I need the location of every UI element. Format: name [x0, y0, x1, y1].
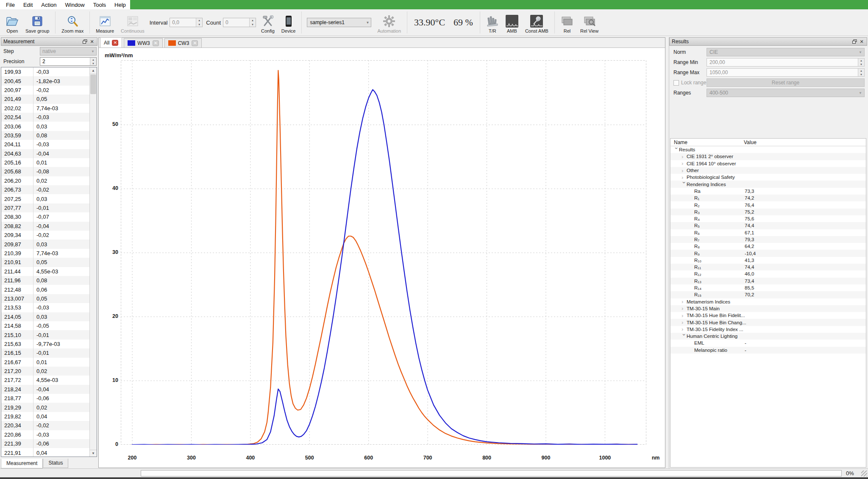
config-button[interactable]: Config	[258, 11, 278, 34]
measurement-row[interactable]: 211,444,55e-03	[1, 267, 89, 276]
measurement-row[interactable]: 206,200,02	[1, 176, 89, 185]
measurement-row[interactable]: 207,77-0,01	[1, 203, 89, 212]
tree-row-tm-30-15-hue-bin-fidelit-[interactable]: ›TM-30-15 Hue Bin Fidelit...	[670, 312, 866, 319]
float-panel-icon[interactable]	[851, 39, 857, 45]
measurement-row[interactable]: 206,73-0,02	[1, 185, 89, 194]
menu-window[interactable]: Window	[61, 2, 89, 8]
measurement-row[interactable]: 201,490,05	[1, 95, 89, 103]
tree-row-r-[interactable]: R₁₄85,5	[670, 284, 866, 291]
series-select[interactable]: sample-series1 ▼	[307, 18, 371, 27]
measurement-scrollbar[interactable]: ▲ ▼	[89, 67, 97, 457]
precision-spinner[interactable]: ▲▼	[90, 58, 96, 65]
measurement-row[interactable]: 221,910,04	[1, 448, 89, 457]
measurement-row[interactable]: 209,34-0,02	[1, 231, 89, 240]
tab-all[interactable]: All ✕	[100, 37, 122, 47]
measurement-row[interactable]: 203,060,03	[1, 122, 89, 131]
tree-row-rendering-indices[interactable]: ›Rendering Indices	[670, 181, 866, 187]
measurement-row[interactable]: 200,45-1,82e-03	[1, 76, 89, 85]
measurement-row[interactable]: 217,724,55e-03	[1, 376, 89, 384]
tree-row-r-[interactable]: R₁₁74,4	[670, 264, 866, 270]
chevron-expanded-icon[interactable]: ›	[674, 147, 679, 152]
measurement-row[interactable]: 221,39-0,06	[1, 439, 89, 448]
rel-button[interactable]: Rel	[558, 11, 576, 34]
tree-row-results[interactable]: ›Results	[670, 146, 866, 153]
chevron-collapsed-icon[interactable]: ›	[682, 154, 687, 159]
tree-row-human-centric-lighting[interactable]: ›Human Centric Lighting	[670, 333, 866, 340]
measurement-row[interactable]: 202,027,74e-03	[1, 104, 89, 113]
tree-row-tm-30-15-hue-bin-chang-[interactable]: ›TM-30-15 Hue Bin Chang...	[670, 319, 866, 326]
measurement-row[interactable]: 207,250,03	[1, 194, 89, 203]
tree-row-cie-1931-2-observer[interactable]: ›CIE 1931 2° observer	[670, 153, 866, 160]
close-panel-icon[interactable]: ✕	[89, 39, 95, 45]
chevron-expanded-icon[interactable]: ›	[682, 334, 687, 339]
tree-row-r-[interactable]: R₁74,2	[670, 195, 866, 201]
tree-row-r-[interactable]: R₁₃73,4	[670, 278, 866, 284]
chevron-collapsed-icon[interactable]: ›	[682, 161, 687, 166]
tree-row-cie-1964-10-observer[interactable]: ›CIE 1964 10° observer	[670, 160, 866, 167]
save-group-button[interactable]: Save group	[22, 11, 52, 34]
chevron-collapsed-icon[interactable]: ›	[682, 299, 687, 304]
tree-row-tm-30-15-main[interactable]: ›TM-30-15 Main	[670, 305, 866, 312]
tr-button[interactable]: T/R	[483, 11, 502, 34]
precision-input[interactable]: 2 ▲▼	[40, 57, 97, 66]
tree-row-melanopic-ratio[interactable]: Melanopic ratio-	[670, 347, 866, 354]
measurement-row[interactable]: 199,93-0,03	[1, 67, 89, 76]
tree-row-photobiological-safety[interactable]: ›Photobiological Safety	[670, 174, 866, 181]
tree-row-r-[interactable]: R₇79,3	[670, 236, 866, 243]
tree-row-r-[interactable]: R₆67,1	[670, 229, 866, 236]
tree-row-r-[interactable]: R₃75,2	[670, 209, 866, 215]
measurement-row[interactable]: 208,82-0,04	[1, 222, 89, 231]
lock-range-checkbox[interactable]	[673, 80, 679, 86]
chevron-collapsed-icon[interactable]: ›	[682, 320, 687, 325]
measurement-row[interactable]: 208,30-0,07	[1, 212, 89, 221]
chevron-collapsed-icon[interactable]: ›	[682, 168, 687, 173]
scroll-up-icon[interactable]: ▲	[90, 67, 97, 74]
menu-file[interactable]: File	[2, 2, 19, 8]
range-max-input[interactable]: 1050,00 ▲▼	[707, 68, 865, 77]
measurement-row[interactable]: 220,34-0,02	[1, 421, 89, 430]
resize-grip-icon[interactable]	[861, 471, 867, 476]
step-select[interactable]: native ▼	[40, 47, 97, 56]
tree-row-r-[interactable]: R₁₀41,3	[670, 257, 866, 264]
scrollbar-thumb[interactable]	[90, 75, 96, 94]
chevron-expanded-icon[interactable]: ›	[682, 182, 687, 187]
tree-row-metamerism-indices[interactable]: ›Metamerism Indices	[670, 298, 866, 305]
tree-row-r-[interactable]: R₉-10,4	[670, 250, 866, 256]
tree-row-r-[interactable]: R₄75,6	[670, 215, 866, 222]
measurement-row[interactable]: 209,870,03	[1, 240, 89, 248]
tab-status[interactable]: Status	[43, 459, 68, 468]
tree-row-tm-30-15-fidelity-index-[interactable]: ›TM-30-15 Fidelity Index ...	[670, 326, 866, 333]
chevron-collapsed-icon[interactable]: ›	[682, 326, 687, 332]
continuous-button[interactable]: Continuous	[118, 11, 147, 34]
tree-row-ra[interactable]: Ra73,3	[670, 188, 866, 195]
chevron-collapsed-icon[interactable]: ›	[682, 306, 687, 311]
tab-ww3[interactable]: WW3 ✕	[124, 38, 162, 47]
tree-row-r-[interactable]: R₁₅70,2	[670, 291, 866, 298]
measurement-row[interactable]: 220,86-0,03	[1, 430, 89, 439]
float-panel-icon[interactable]	[82, 39, 88, 45]
device-button[interactable]: Device	[278, 11, 299, 34]
measurement-row[interactable]: 210,397,74e-03	[1, 249, 89, 258]
plot-area[interactable]	[121, 60, 646, 445]
measurement-row[interactable]: 204,11-0,03	[1, 140, 89, 149]
measurement-row[interactable]: 216,15-0,01	[1, 348, 89, 357]
zoom-max-button[interactable]: Zoom max	[58, 11, 86, 34]
measurement-row[interactable]: 200,97-0,02	[1, 86, 89, 95]
measurement-row[interactable]: 216,670,01	[1, 358, 89, 367]
close-tab-icon[interactable]: ✕	[153, 40, 159, 46]
tree-row-r-[interactable]: R₅74,4	[670, 222, 866, 229]
measurement-row[interactable]: 214,58-0,05	[1, 321, 89, 330]
measurement-row[interactable]: 205,68-0,08	[1, 167, 89, 176]
measurement-row[interactable]: 214,050,03	[1, 312, 89, 321]
measurement-row[interactable]: 215,10-0,01	[1, 330, 89, 339]
amb-button[interactable]: AMB	[503, 11, 521, 34]
count-input[interactable]: 0 ▲▼	[223, 18, 256, 27]
measurement-row[interactable]: 204,63-0,04	[1, 149, 89, 158]
range-min-spinner[interactable]: ▲▼	[858, 58, 864, 66]
count-spinner[interactable]: ▲▼	[249, 18, 256, 27]
spectrum-chart[interactable]: mW/m²/nm 2003004005006007008009001000 01…	[99, 48, 665, 468]
measurement-row[interactable]: 210,910,05	[1, 258, 89, 267]
measurement-row[interactable]: 202,54-0,03	[1, 113, 89, 122]
tree-row-r-[interactable]: R₂76,4	[670, 201, 866, 208]
measurement-row[interactable]: 213,0070,05	[1, 294, 89, 303]
